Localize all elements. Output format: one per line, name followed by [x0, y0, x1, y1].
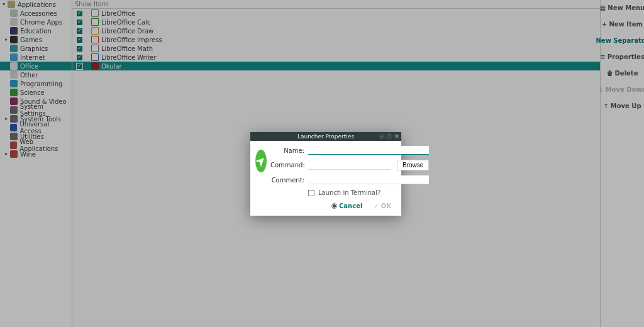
- launcher-properties-dialog: Launcher Properties – ˄ ✕ Name: Command:…: [250, 132, 401, 216]
- browse-button[interactable]: Browse: [397, 160, 429, 170]
- close-icon[interactable]: ✕: [394, 133, 400, 140]
- name-label: Name:: [270, 147, 304, 154]
- terminal-label: Launch in Terminal?: [318, 189, 380, 196]
- dialog-title: Launcher Properties: [297, 133, 354, 140]
- maximize-icon[interactable]: ˄: [386, 133, 392, 140]
- dialog-titlebar[interactable]: Launcher Properties – ˄ ✕: [250, 132, 401, 141]
- ok-button: ✓ OK: [374, 202, 391, 209]
- check-icon: ✓: [374, 202, 379, 209]
- command-field[interactable]: [308, 161, 391, 170]
- cancel-button[interactable]: Cancel: [331, 202, 362, 209]
- cancel-icon: [331, 203, 337, 209]
- minimize-icon[interactable]: –: [379, 133, 385, 140]
- command-label: Command:: [270, 162, 304, 169]
- comment-label: Comment:: [270, 177, 304, 184]
- launcher-icon[interactable]: [255, 150, 267, 172]
- comment-field[interactable]: [308, 175, 429, 184]
- terminal-checkbox[interactable]: [308, 190, 314, 196]
- name-field[interactable]: [308, 146, 429, 155]
